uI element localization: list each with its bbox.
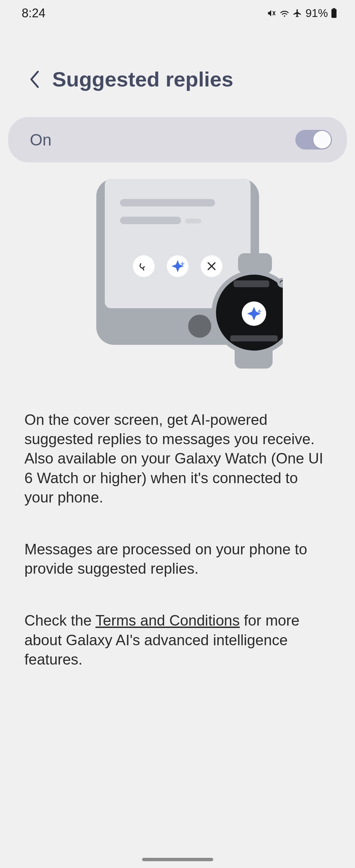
toggle-switch[interactable] [295, 130, 332, 150]
svg-point-12 [188, 315, 211, 338]
status-bar: 8:24 91% [0, 0, 355, 26]
svg-rect-21 [230, 335, 278, 341]
p3-pre: Check the [24, 612, 96, 629]
description-paragraph-2: Messages are processed on your phone to … [24, 539, 331, 578]
airplane-mode-icon [293, 8, 302, 18]
svg-rect-2 [333, 8, 335, 9]
page-title: Suggested replies [52, 67, 233, 91]
feature-illustration [0, 179, 355, 372]
svg-rect-7 [120, 217, 181, 224]
svg-rect-8 [185, 219, 201, 223]
wifi-icon [279, 9, 290, 18]
description-section: On the cover screen, get AI-powered sugg… [0, 372, 355, 669]
svg-rect-3 [332, 9, 337, 18]
gesture-nav-handle[interactable] [142, 858, 213, 861]
description-paragraph-1: On the cover screen, get AI-powered sugg… [24, 410, 331, 507]
status-right: 91% [267, 7, 337, 20]
toggle-label: On [30, 131, 52, 149]
battery-icon [331, 8, 337, 18]
chevron-left-icon [28, 71, 41, 88]
master-toggle-row[interactable]: On [8, 117, 347, 162]
back-button[interactable] [27, 72, 42, 87]
toggle-thumb [313, 131, 331, 149]
battery-percentage: 91% [305, 7, 328, 20]
mute-vibrate-icon [267, 8, 276, 18]
svg-rect-6 [120, 199, 215, 206]
terms-and-conditions-link[interactable]: Terms and Conditions [96, 612, 240, 629]
status-time: 8:24 [22, 6, 45, 20]
description-paragraph-3: Check the Terms and Conditions for more … [24, 611, 331, 669]
svg-rect-18 [234, 280, 269, 287]
page-header: Suggested replies [0, 26, 355, 107]
svg-point-9 [133, 255, 155, 277]
